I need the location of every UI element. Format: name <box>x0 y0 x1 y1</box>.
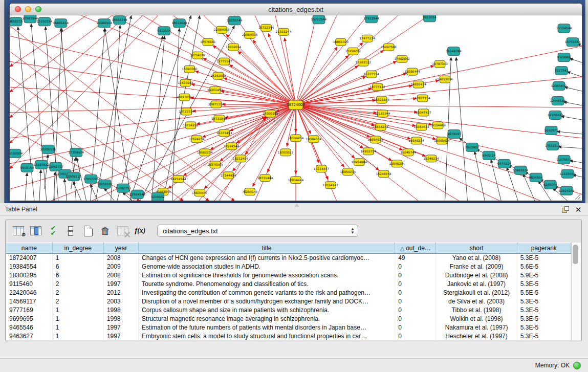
table-cell[interactable]: 9777169 <box>6 305 52 314</box>
table-cell[interactable]: 0 <box>395 323 436 332</box>
graph-node[interactable]: 18613024 <box>171 19 187 28</box>
graph-node[interactable]: 15954924 <box>368 136 384 143</box>
graph-node[interactable]: 17359924 <box>69 148 84 157</box>
table-cell[interactable]: Franke et al. (2009) <box>436 262 517 271</box>
table-cell[interactable]: 1 <box>52 323 103 332</box>
column-header-short[interactable]: short <box>436 243 517 254</box>
table-cell[interactable]: 5.3E-5 <box>517 314 571 323</box>
window-titlebar[interactable]: citations_edges.txt <box>10 4 582 15</box>
table-cell[interactable]: 5.5E-5 <box>517 289 571 297</box>
graph-node[interactable]: 17576681 <box>200 38 216 46</box>
table-cell[interactable]: 2008 <box>103 254 138 262</box>
table-cell[interactable]: Structural magnetic resonance image aver… <box>139 314 395 323</box>
close-panel-button[interactable]: ✕ <box>574 205 583 214</box>
table-cell[interactable]: Hescheler et al. (1997) <box>436 332 517 340</box>
graph-node[interactable]: 22064058 <box>214 26 230 33</box>
table-cell[interactable]: Genome-wide association studies in ADHD. <box>139 262 395 271</box>
table-cell[interactable]: Jankovic et al. (1997) <box>436 280 517 289</box>
table-cell[interactable]: 0 <box>395 262 436 271</box>
graph-node[interactable]: 17583122 <box>356 59 372 66</box>
table-cell[interactable]: Disruption of a novel member of a sodium… <box>139 297 395 305</box>
table-cell[interactable]: 5.3E-5 <box>517 297 571 305</box>
graph-node[interactable]: 9474234 <box>497 159 511 168</box>
table-cell[interactable]: Tibbo et al. (1998) <box>436 305 517 314</box>
graph-node[interactable]: 12754182 <box>190 52 206 59</box>
table-row[interactable]: 977716911998Corpus callosum shape and si… <box>6 305 571 314</box>
table-cell[interactable]: 2003 <box>103 297 138 305</box>
graph-node[interactable]: 15376064 <box>207 161 223 168</box>
graph-node[interactable]: 18303022 <box>278 149 294 156</box>
network-canvas[interactable]: 2206405817576681127541821534036011439943… <box>10 15 582 201</box>
column-header-name[interactable]: name <box>6 243 52 254</box>
table-row[interactable]: 946554611997Estimation of the future num… <box>6 323 571 332</box>
table-cell[interactable]: 1997 <box>103 323 138 332</box>
table-cell[interactable]: Tourette syndrome. Phenomenology and cla… <box>139 280 395 289</box>
table-selector-dropdown[interactable]: citations_edges.txt ▲▼ <box>157 225 358 237</box>
graph-node[interactable]: 15649234 <box>408 137 424 144</box>
table-cell[interactable]: 2 <box>52 289 103 297</box>
graph-node[interactable]: 8813014 <box>423 15 437 22</box>
graph-node[interactable]: 12093832 <box>551 82 567 91</box>
table-cell[interactable]: 0 <box>395 305 436 314</box>
graph-node[interactable]: 15722344 <box>258 24 274 31</box>
graph-node[interactable]: 15554744 <box>112 16 127 25</box>
graph-node[interactable]: 13554147 <box>323 182 339 189</box>
graph-node[interactable]: 20581544 <box>23 15 38 23</box>
graph-node[interactable]: 5692971 <box>545 126 558 135</box>
graph-node[interactable]: 9679197 <box>447 129 461 138</box>
graph-node[interactable]: 17877154 <box>415 95 430 102</box>
graph-node[interactable]: 9624504 <box>529 173 543 182</box>
table-cell[interactable]: Yano et al. (2008) <box>436 254 517 262</box>
table-cell[interactable]: Embryonic stem cells: a model to study s… <box>139 332 395 340</box>
table-row[interactable]: 1938455462009Genome-wide association stu… <box>6 262 571 271</box>
graph-node[interactable]: 12444154 <box>550 97 566 105</box>
graph-node[interactable]: 15958212 <box>345 48 361 55</box>
table-cell[interactable]: 18300295 <box>6 271 52 280</box>
table-cell[interactable]: 0 <box>395 271 436 280</box>
float-panel-button[interactable] <box>560 205 570 214</box>
graph-node[interactable]: 13164644 <box>413 123 429 130</box>
table-cell[interactable]: 2008 <box>103 271 138 280</box>
table-cell[interactable]: 19384554 <box>6 262 52 271</box>
graph-node[interactable]: 14850434 <box>410 81 426 88</box>
graph-node[interactable]: 17016504 <box>545 141 561 150</box>
graph-node[interactable]: 9658155 <box>10 17 23 26</box>
graph-node[interactable]: 15314447 <box>314 165 330 172</box>
table-cell[interactable]: Dudbridge et al. (2008) <box>436 271 517 280</box>
table-cell[interactable]: Nakamura et al. (1997) <box>436 323 517 332</box>
table-cell[interactable]: 5.6E-5 <box>517 262 571 271</box>
graph-node[interactable]: 9329966 <box>557 53 571 62</box>
graph-node[interactable]: 22064038 <box>242 31 258 38</box>
graph-node[interactable]: 9345124 <box>482 151 496 160</box>
graph-node[interactable]: 9227343 <box>555 67 569 75</box>
graph-node[interactable]: 16648784 <box>446 47 462 56</box>
graph-node[interactable]: 12106433 <box>548 111 563 119</box>
graph-node[interactable]: 12924504 <box>559 186 575 195</box>
graph-node[interactable]: 7913907 <box>465 143 479 151</box>
table-row[interactable]: 2242004622012Investigating the contribut… <box>6 289 571 297</box>
graph-node[interactable]: 21515244 <box>276 28 292 35</box>
table-cell[interactable]: 1997 <box>103 280 138 289</box>
graph-node[interactable]: 16816244 <box>373 123 389 130</box>
table-cell[interactable]: 49 <box>395 254 436 262</box>
graph-node[interactable]: 15340360 <box>182 65 198 73</box>
graph-node[interactable]: 16150514 <box>37 17 53 26</box>
table-row[interactable]: 1872400712008Changes of HCN gene express… <box>6 254 571 262</box>
table-cell[interactable]: 1997 <box>103 332 138 340</box>
table-cell[interactable]: Changes of HCN gene expression and I(f) … <box>139 254 395 262</box>
table-cell[interactable]: 5.3E-5 <box>517 280 571 289</box>
graph-node[interactable]: 12103061 <box>560 169 576 178</box>
graph-node[interactable]: 11156812 <box>34 160 50 169</box>
graph-node[interactable]: 16954234 <box>340 168 356 176</box>
graph-node[interactable]: 16821544 <box>374 96 390 103</box>
table-cell[interactable]: 2 <box>52 297 103 305</box>
table-cell[interactable]: 5.3E-5 <box>517 332 571 340</box>
graph-node[interactable]: 19797343 <box>432 60 448 68</box>
graph-node[interactable]: 16958107 <box>97 180 113 188</box>
graph-node[interactable]: 15751074 <box>565 38 581 47</box>
graph-node[interactable]: 15134454 <box>288 135 304 142</box>
table-cell[interactable]: 9115460 <box>6 280 52 289</box>
table-cell[interactable]: 2012 <box>103 289 138 297</box>
new-table-button[interactable] <box>80 223 96 238</box>
graph-node[interactable]: 14242002 <box>210 72 226 79</box>
